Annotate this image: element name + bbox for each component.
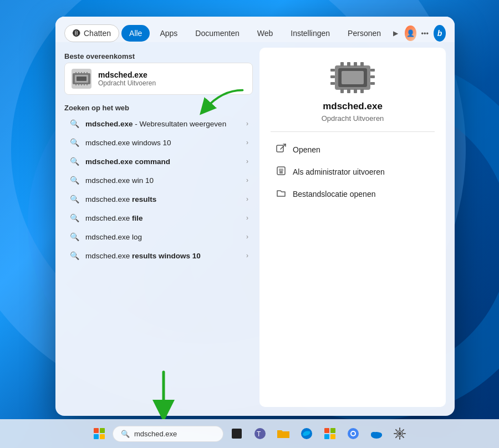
search-icon: 🔍: [69, 157, 80, 166]
more-tabs-button[interactable]: ▶: [391, 27, 400, 39]
taskbar-center: 🔍 mdsched.exe T: [89, 424, 410, 444]
search-item-text: mdsched.exe file: [85, 214, 241, 222]
taskbar-cloud-icon[interactable]: [366, 424, 386, 444]
taskbar-search-icon: 🔍: [121, 430, 130, 438]
svg-rect-25: [330, 75, 335, 78]
action-open[interactable]: Openen: [271, 139, 435, 161]
action-file-label: Bestandslocatie openen: [293, 190, 375, 198]
arrow-icon: ›: [246, 214, 248, 222]
tab-chatten[interactable]: 🅑 Chatten: [64, 24, 119, 42]
svg-rect-42: [324, 434, 329, 439]
svg-rect-17: [347, 62, 350, 67]
arrow-icon: ›: [246, 157, 248, 165]
web-search-label: Zoeken op het web: [64, 101, 253, 114]
search-item-text: mdsched.exe results windows 10: [85, 252, 241, 260]
user-avatar[interactable]: 👤: [405, 26, 416, 41]
open-icon: [275, 144, 287, 156]
svg-rect-40: [324, 428, 329, 433]
left-panel: Beste overeenkomst: [64, 48, 253, 407]
tab-alle[interactable]: Alle: [121, 25, 150, 42]
arrow-icon: ›: [246, 233, 248, 241]
chat-icon: 🅑: [73, 29, 80, 38]
svg-rect-29: [370, 82, 375, 85]
svg-rect-43: [330, 434, 335, 439]
list-item[interactable]: 🔍 mdsched.exe command ›: [64, 152, 253, 171]
tab-personen[interactable]: Personen: [340, 25, 389, 42]
svg-rect-27: [370, 69, 375, 72]
list-item[interactable]: 🔍 mdsched.exe log ›: [64, 227, 253, 246]
tab-apps[interactable]: Apps: [152, 25, 185, 42]
svg-point-46: [352, 432, 355, 435]
search-item-text: mdsched.exe results: [85, 195, 241, 203]
divider: [271, 131, 435, 132]
taskbar-black-icon[interactable]: [227, 424, 247, 444]
svg-point-49: [376, 432, 382, 437]
list-item[interactable]: 🔍 mdsched.exe win 10 ›: [64, 171, 253, 190]
search-item-text: mdsched.exe windows 10: [85, 139, 241, 147]
svg-rect-20: [340, 89, 344, 93]
folder-icon: [275, 188, 287, 200]
search-icon: 🔍: [69, 119, 80, 128]
taskbar-chrome-icon[interactable]: [343, 424, 363, 444]
svg-rect-23: [360, 89, 364, 93]
search-icon: 🔍: [69, 251, 80, 260]
svg-rect-24: [330, 69, 335, 72]
best-match-item[interactable]: mdsched.exe Opdracht Uitvoeren: [64, 63, 253, 95]
search-item-text: mdsched.exe log: [85, 233, 241, 241]
app-icon-small: [72, 69, 91, 89]
action-admin[interactable]: Als administrator uitvoeren: [271, 161, 435, 183]
taskbar-store-icon[interactable]: [320, 424, 340, 444]
list-item[interactable]: 🔍 mdsched.exe windows 10 ›: [64, 133, 253, 152]
taskbar: 🔍 mdsched.exe T: [0, 419, 499, 448]
taskbar-search-bar[interactable]: 🔍 mdsched.exe: [113, 426, 223, 442]
right-panel: mdsched.exe Opdracht Uitvoeren Openen: [259, 48, 446, 407]
svg-rect-16: [340, 62, 344, 67]
arrow-icon: ›: [246, 252, 248, 259]
taskbar-edge-icon[interactable]: [297, 424, 317, 444]
action-file-location[interactable]: Bestandslocatie openen: [271, 183, 435, 205]
tabs-bar: 🅑 Chatten Alle Apps Documenten Web Inste…: [55, 17, 455, 42]
taskbar-settings-icon[interactable]: [390, 424, 410, 444]
bing-icon[interactable]: b: [434, 25, 446, 42]
search-icon: 🔍: [69, 176, 80, 185]
arrow-icon: ›: [246, 139, 248, 146]
taskbar-search-value[interactable]: mdsched.exe: [134, 430, 177, 438]
svg-rect-21: [347, 89, 350, 93]
tab-documenten[interactable]: Documenten: [187, 25, 247, 42]
tab-web[interactable]: Web: [249, 25, 281, 42]
app-subtitle-large: Opdracht Uitvoeren: [322, 114, 384, 123]
svg-rect-2: [77, 77, 86, 81]
search-icon: 🔍: [69, 195, 80, 203]
arrow-icon: ›: [246, 120, 248, 128]
more-options-button[interactable]: •••: [419, 24, 431, 42]
svg-rect-26: [330, 82, 335, 85]
list-item[interactable]: 🔍 mdsched.exe results windows 10 ›: [64, 246, 253, 265]
list-item[interactable]: 🔍 mdsched.exe - Webresultaten weergeven …: [64, 114, 253, 133]
best-match-subtitle: Opdracht Uitvoeren: [98, 79, 246, 87]
action-admin-label: Als administrator uitvoeren: [293, 167, 385, 176]
search-window: 🅑 Chatten Alle Apps Documenten Web Inste…: [55, 17, 455, 416]
svg-rect-33: [279, 171, 283, 174]
windows-button[interactable]: [89, 424, 109, 444]
best-match-text: mdsched.exe Opdracht Uitvoeren: [98, 70, 246, 87]
svg-rect-30: [277, 145, 283, 152]
search-icon: 🔍: [69, 232, 80, 241]
svg-rect-36: [232, 429, 242, 439]
svg-rect-28: [370, 75, 375, 78]
taskbar-teams-icon[interactable]: T: [250, 424, 270, 444]
main-content: Beste overeenkomst: [55, 42, 455, 416]
svg-point-48: [371, 432, 376, 436]
action-open-label: Openen: [293, 145, 320, 154]
svg-rect-15: [342, 71, 364, 84]
arrow-icon: ›: [246, 195, 248, 203]
search-icon: 🔍: [69, 138, 80, 147]
svg-point-50: [398, 432, 401, 435]
taskbar-folder-icon[interactable]: [273, 424, 293, 444]
best-match-title: mdsched.exe: [98, 70, 246, 79]
search-icon: 🔍: [69, 213, 80, 222]
tab-instellingen[interactable]: Instellingen: [283, 25, 338, 42]
list-item[interactable]: 🔍 mdsched.exe results ›: [64, 190, 253, 208]
windows-logo: [94, 428, 105, 439]
svg-rect-18: [354, 62, 357, 67]
list-item[interactable]: 🔍 mdsched.exe file ›: [64, 208, 253, 227]
